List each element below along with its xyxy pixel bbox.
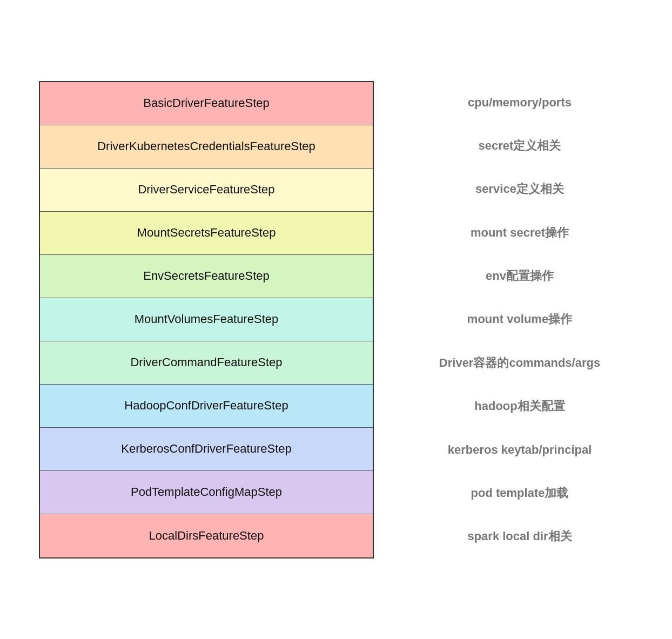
desc-text-driver-service: service定义相关 — [475, 181, 564, 197]
step-row-driver-service: DriverServiceFeatureStep — [40, 169, 373, 212]
step-label-basic-driver: BasicDriverFeatureStep — [143, 96, 270, 110]
desc-row-env-secrets: env配置操作 — [406, 254, 633, 298]
step-row-hadoop-conf: HadoopConfDriverFeatureStep — [40, 385, 373, 428]
desc-text-mount-volumes: mount volume操作 — [467, 311, 572, 327]
desc-text-kerberos-conf: kerberos keytab/principal — [448, 443, 592, 457]
desc-text-local-dirs: spark local dir相关 — [467, 528, 572, 544]
desc-text-pod-template: pod template加载 — [471, 485, 569, 501]
desc-row-local-dirs: spark local dir相关 — [406, 515, 633, 558]
desc-row-kerberos-conf: kerberos keytab/principal — [406, 428, 633, 471]
steps-table: BasicDriverFeatureStepDriverKubernetesCr… — [39, 81, 374, 559]
desc-row-mount-secrets: mount secret操作 — [406, 211, 633, 254]
step-row-driver-kubernetes-credentials: DriverKubernetesCredentialsFeatureStep — [40, 125, 373, 169]
desc-text-mount-secrets: mount secret操作 — [471, 225, 569, 241]
step-label-env-secrets: EnvSecretsFeatureStep — [143, 269, 270, 283]
step-label-driver-kubernetes-credentials: DriverKubernetesCredentialsFeatureStep — [97, 139, 315, 153]
step-label-local-dirs: LocalDirsFeatureStep — [149, 529, 264, 543]
step-row-kerberos-conf: KerberosConfDriverFeatureStep — [40, 428, 373, 471]
step-row-mount-volumes: MountVolumesFeatureStep — [40, 298, 373, 341]
desc-text-basic-driver: cpu/memory/ports — [468, 96, 572, 110]
step-label-mount-volumes: MountVolumesFeatureStep — [135, 312, 279, 326]
step-label-mount-secrets: MountSecretsFeatureStep — [137, 226, 276, 240]
step-row-mount-secrets: MountSecretsFeatureStep — [40, 212, 373, 255]
desc-row-mount-volumes: mount volume操作 — [406, 298, 633, 341]
desc-row-driver-command: Driver容器的commands/args — [406, 341, 633, 385]
step-row-basic-driver: BasicDriverFeatureStep — [40, 82, 373, 125]
step-row-local-dirs: LocalDirsFeatureStep — [40, 514, 373, 557]
desc-text-driver-kubernetes-credentials: secret定义相关 — [479, 138, 561, 154]
desc-text-env-secrets: env配置操作 — [486, 268, 554, 284]
desc-row-pod-template: pod template加载 — [406, 472, 633, 515]
step-label-hadoop-conf: HadoopConfDriverFeatureStep — [124, 399, 288, 413]
step-label-driver-service: DriverServiceFeatureStep — [138, 183, 274, 197]
step-row-driver-command: DriverCommandFeatureStep — [40, 341, 373, 385]
step-row-pod-template: PodTemplateConfigMapStep — [40, 471, 373, 514]
step-label-kerberos-conf: KerberosConfDriverFeatureStep — [121, 442, 291, 456]
step-label-pod-template: PodTemplateConfigMapStep — [131, 485, 282, 499]
desc-row-hadoop-conf: hadoop相关配置 — [406, 385, 633, 428]
step-row-env-secrets: EnvSecretsFeatureStep — [40, 255, 373, 298]
desc-row-basic-driver: cpu/memory/ports — [406, 81, 633, 124]
descriptions-column: cpu/memory/portssecret定义相关service定义相关mou… — [406, 81, 633, 559]
main-container: BasicDriverFeatureStepDriverKubernetesCr… — [39, 59, 633, 580]
step-label-driver-command: DriverCommandFeatureStep — [130, 355, 282, 369]
desc-text-driver-command: Driver容器的commands/args — [439, 355, 600, 371]
desc-row-driver-service: service定义相关 — [406, 167, 633, 211]
desc-row-driver-kubernetes-credentials: secret定义相关 — [406, 124, 633, 167]
desc-text-hadoop-conf: hadoop相关配置 — [474, 398, 565, 414]
